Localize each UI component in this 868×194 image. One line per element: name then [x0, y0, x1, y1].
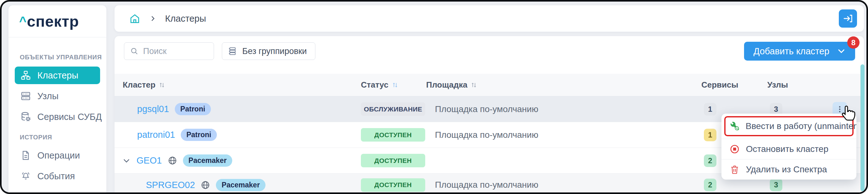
operations-icon: [21, 150, 31, 161]
cluster-link[interactable]: GEO1: [136, 155, 162, 166]
status-badge: ОБСЛУЖИВАНИЕ: [361, 102, 425, 116]
grouping-value: Без группировки: [242, 46, 307, 56]
menu-item-label: Ввести в работу (unmaintenance): [746, 121, 857, 131]
globe-icon: [200, 180, 210, 190]
app-window: ^спектр ОБЪЕКТЫ УПРАВЛЕНИЯ Кластеры Узлы: [2, 2, 866, 192]
cluster-type-badge: Pacemaker: [216, 179, 266, 191]
stop-icon: [730, 144, 740, 154]
menu-item-stop-cluster[interactable]: Остановить кластер: [721, 139, 857, 159]
cluster-link[interactable]: patroni01: [137, 130, 175, 140]
menu-item-label: Удалить из Спектра: [746, 164, 827, 174]
column-header-cluster[interactable]: Кластер: [115, 80, 361, 90]
services-count-badge: 1: [704, 103, 716, 116]
search-field: [124, 42, 214, 60]
column-header-site[interactable]: Площадка: [426, 80, 701, 90]
status-badge: ДОСТУПЕН: [361, 128, 425, 141]
sidebar: ^спектр ОБЪЕКТЫ УПРАВЛЕНИЯ Кластеры Узлы: [8, 5, 106, 192]
sidebar-item-clusters[interactable]: Кластеры: [15, 67, 100, 84]
cluster-type-badge: Patroni: [175, 103, 211, 115]
sidebar-item-label: Кластеры: [37, 70, 79, 81]
grouping-icon: [228, 46, 237, 56]
sort-icon: [470, 82, 477, 89]
table-header: Кластер Статус Площадка Сервисы Узлы: [115, 74, 864, 96]
vertical-scrollbar[interactable]: [861, 64, 865, 191]
login-button[interactable]: [839, 9, 857, 28]
globe-icon: [167, 156, 177, 165]
screenshot-frame: ^спектр ОБЪЕКТЫ УПРАВЛЕНИЯ Кластеры Узлы: [0, 0, 868, 194]
search-icon: [130, 47, 139, 56]
breadcrumb-current: Кластеры: [165, 13, 206, 24]
logo-caret-icon: ^: [19, 14, 27, 28]
login-icon: [843, 13, 853, 24]
sidebar-item-events[interactable]: События: [15, 167, 100, 185]
menu-item-delete-from-spektr[interactable]: Удалить из Спектра: [721, 159, 857, 180]
chevron-right-icon: [149, 15, 156, 22]
status-badge: ДОСТУПЕН: [361, 178, 425, 192]
unmaintenance-wrench-icon: [730, 121, 740, 131]
sidebar-item-label: Операции: [37, 150, 80, 161]
menu-item-label: Остановить кластер: [746, 144, 829, 154]
sidebar-item-label: Сервисы СУБД: [37, 112, 102, 122]
add-cluster-button[interactable]: Добавить кластер 8: [744, 42, 855, 61]
site-cell: Площадка по-умолчанию: [426, 180, 701, 190]
kebab-icon: [836, 105, 844, 113]
services-count-badge: 2: [704, 155, 716, 167]
row-context-menu: Ввести в работу (unmaintenance) Останови…: [721, 114, 857, 180]
services-count-badge: 2: [704, 179, 716, 191]
chevron-down-icon: [837, 47, 846, 56]
grouping-select[interactable]: Без группировки: [222, 42, 315, 60]
services-count-badge: 1: [704, 129, 716, 141]
sidebar-section-objects: ОБЪЕКТЫ УПРАВЛЕНИЯ: [20, 54, 101, 61]
logo: ^спектр: [8, 5, 106, 37]
nodes-icon: [21, 91, 31, 101]
trash-icon: [730, 164, 740, 174]
sidebar-nav: ОБЪЕКТЫ УПРАВЛЕНИЯ Кластеры Узлы: [8, 37, 106, 192]
cluster-type-badge: Patroni: [181, 129, 217, 141]
column-header-status[interactable]: Статус: [361, 80, 426, 90]
cluster-link[interactable]: pgsql01: [137, 104, 169, 114]
cluster-link[interactable]: SPRGEO02: [146, 180, 195, 190]
sidebar-item-nodes[interactable]: Узлы: [15, 87, 100, 105]
status-badge: ДОСТУПЕН: [361, 154, 425, 167]
sidebar-section-history: ИСТОРИЯ: [20, 134, 101, 141]
nodes-count-badge: 3: [770, 179, 782, 191]
column-header-services: Сервисы: [701, 80, 767, 90]
notification-badge: 8: [847, 36, 860, 48]
db-services-icon: [21, 111, 31, 122]
events-icon: [21, 171, 31, 182]
search-input[interactable]: [143, 46, 208, 56]
clusters-icon: [21, 70, 31, 81]
column-header-nodes: Узлы: [767, 80, 830, 90]
logo-text: спектр: [27, 13, 79, 30]
sort-icon-active: [392, 82, 399, 89]
add-cluster-label: Добавить кластер: [753, 46, 829, 57]
sidebar-item-operations[interactable]: Операции: [15, 147, 100, 164]
home-icon[interactable]: [129, 13, 141, 25]
breadcrumb-bar: Кластеры: [115, 5, 864, 32]
expand-chevron-icon[interactable]: [122, 156, 131, 165]
cluster-type-badge: Pacemaker: [183, 155, 232, 167]
sidebar-item-label: Узлы: [37, 91, 59, 101]
sidebar-item-db-services[interactable]: Сервисы СУБД: [15, 108, 100, 126]
sidebar-item-label: События: [37, 171, 75, 182]
menu-item-unmaintenance[interactable]: Ввести в работу (unmaintenance): [724, 116, 854, 136]
sort-icon: [158, 82, 165, 89]
site-cell: Площадка по-умолчанию: [426, 130, 701, 140]
site-cell: Площадка по-умолчанию: [426, 104, 701, 114]
